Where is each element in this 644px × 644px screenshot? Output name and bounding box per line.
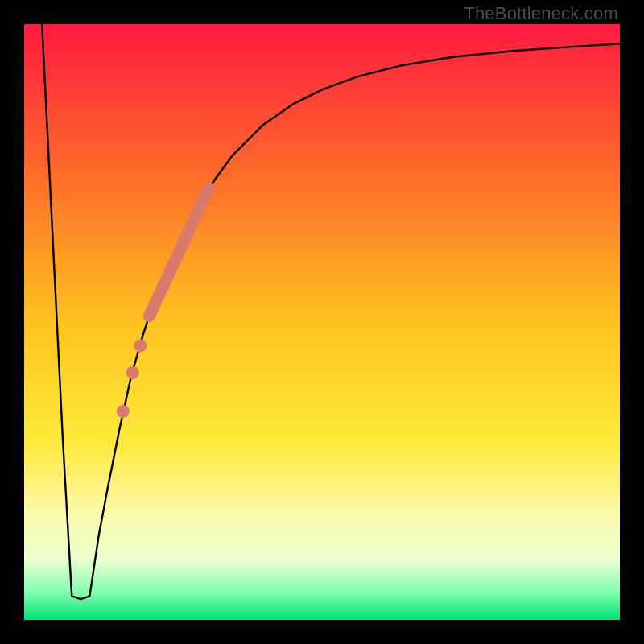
plot-area [24, 24, 620, 620]
chart-frame: TheBottleneck.com [0, 0, 644, 644]
highlight-dot [126, 366, 139, 379]
gradient-background [24, 24, 620, 620]
highlight-dot [134, 340, 147, 353]
watermark-text: TheBottleneck.com [464, 3, 618, 24]
chart-svg [24, 24, 620, 620]
highlight-dot [117, 405, 130, 418]
